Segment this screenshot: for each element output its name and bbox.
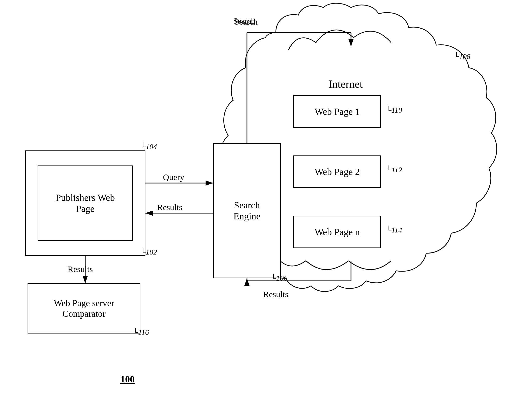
publishers-web-page-box: Publishers Web Page [38,165,133,241]
search-engine-label: Search Engine [233,200,260,222]
query-label: Query [163,173,184,182]
web-page-n-box: Web Page n [293,216,381,248]
ref-110: └110 [386,106,402,114]
ref-112: └112 [386,165,402,174]
search-text: Search [234,17,258,27]
web-page-2-label: Web Page 2 [315,166,360,177]
results-left-label: Results [157,203,182,212]
web-page-n-label: Web Page n [315,226,360,237]
web-page-2-box: Web Page 2 [293,155,381,188]
web-page-server-comparator-box: Web Page server Comparator [28,283,140,333]
ref-116: └116 [133,328,149,337]
search-engine-box: Search Engine [213,143,281,278]
ref-104: └104 [140,142,157,151]
ref-114: └114 [386,226,402,234]
web-page-server-comparator-label: Web Page server Comparator [54,298,114,319]
ref-106: └106 [271,274,287,282]
internet-label: Internet [328,78,363,91]
web-page-1-box: Web Page 1 [293,95,381,128]
results-down-label: Results [68,265,93,274]
ref-102: └102 [140,248,157,256]
results-bottom-label: Results [263,290,288,299]
diagram-number: 100 [120,374,135,385]
publishers-web-page-label: Publishers Web Page [56,192,115,214]
ref-108: └108 [454,52,470,61]
web-page-1-label: Web Page 1 [315,106,360,117]
